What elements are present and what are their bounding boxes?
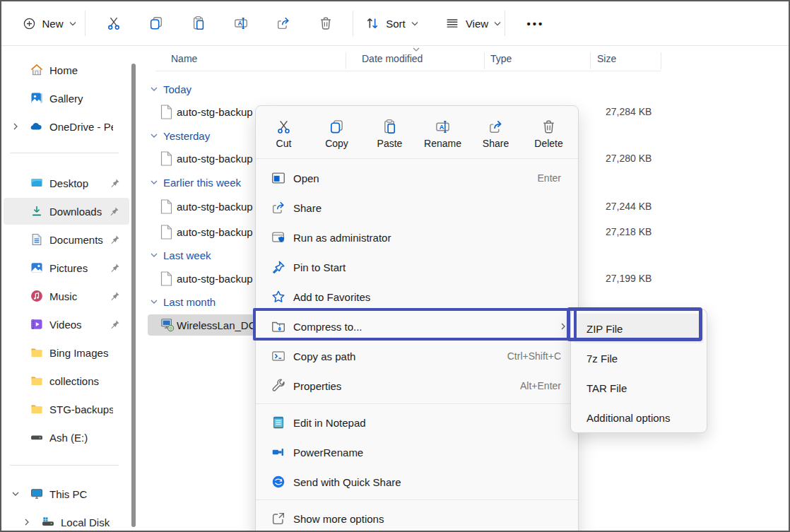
delete-button[interactable] — [314, 8, 338, 38]
menu-item-share[interactable]: Share — [256, 193, 578, 223]
sidebar-item-documents[interactable]: Documents — [1, 226, 130, 253]
rename-button[interactable]: A — [229, 8, 253, 38]
sidebar-item-onedrive[interactable]: OneDrive - Pers — [1, 113, 130, 140]
menu-item-copy-as-path[interactable]: Copy as path Ctrl+Shift+C — [256, 341, 578, 371]
paste-button[interactable] — [187, 8, 211, 38]
copy-icon — [148, 15, 164, 32]
sidebar-item-label: Videos — [49, 319, 113, 331]
cut-menu-button[interactable]: Cut — [257, 112, 310, 155]
sidebar-divider — [10, 153, 119, 153]
paste-menu-button[interactable]: Paste — [363, 112, 416, 155]
sidebar-item-label: This PC — [49, 488, 113, 500]
column-header-date-modified[interactable]: Date modified — [362, 53, 423, 64]
column-separator[interactable] — [590, 52, 591, 69]
file-name: auto-stg-backup — [177, 153, 253, 165]
sidebar-scrollbar[interactable] — [131, 64, 136, 527]
file-name: WirelessLan_DC — [177, 319, 253, 331]
star-icon — [271, 289, 286, 305]
sidebar-item-this-pc[interactable]: This PC — [1, 480, 130, 507]
quick-action-label: Cut — [276, 138, 292, 149]
folder-icon — [30, 345, 44, 360]
sidebar-item-home[interactable]: Home — [1, 57, 130, 83]
sidebar-item-desktop[interactable]: Desktop — [1, 170, 130, 196]
toolbar: New A Sort View — [1, 1, 789, 46]
view-button[interactable]: View — [440, 8, 506, 38]
sort-button[interactable]: Sort — [359, 8, 424, 38]
sidebar-item-label: Local Disk (C:) — [61, 516, 113, 528]
copy-menu-button[interactable]: Copy — [310, 112, 363, 155]
sidebar-item-label: Home — [49, 64, 113, 76]
svg-text:A: A — [440, 123, 444, 130]
submenu-item-zip-file[interactable]: ZIP File — [574, 314, 704, 343]
new-button[interactable]: New — [16, 8, 83, 38]
folder-icon — [30, 402, 44, 416]
share-menu-button[interactable]: Share — [469, 112, 522, 155]
copy-button[interactable] — [144, 8, 168, 38]
sidebar-item-downloads[interactable]: Downloads — [4, 198, 129, 225]
rename-menu-button[interactable]: A Rename — [416, 112, 469, 155]
column-header-size[interactable]: Size — [597, 53, 616, 64]
menu-item-properties[interactable]: Properties Alt+Enter — [256, 371, 578, 401]
group-label: Last week — [163, 249, 211, 261]
sidebar-item-gallery[interactable]: Gallery — [1, 85, 130, 112]
quick-action-label: Delete — [534, 138, 562, 149]
pictures-icon — [30, 261, 44, 275]
sidebar-item-collections[interactable]: collections — [1, 367, 130, 394]
documents-icon — [30, 232, 44, 247]
toolbar-divider — [85, 11, 86, 36]
column-separator[interactable] — [346, 52, 346, 69]
sidebar-item-pictures[interactable]: Pictures — [1, 254, 130, 281]
menu-item-edit-in-notepad[interactable]: Edit in Notepad — [256, 408, 578, 437]
videos-icon — [30, 317, 44, 331]
menu-item-label: Pin to Start — [293, 261, 346, 273]
menu-item-label: Properties — [293, 380, 341, 392]
submenu-item-additional-options[interactable]: Additional options — [574, 403, 704, 432]
sidebar-item-bing-images[interactable]: Bing Images — [1, 339, 130, 366]
sidebar-item-ash-drive[interactable]: Ash (E:) — [1, 424, 130, 451]
menu-item-send-with-quick-share[interactable]: Send with Quick Share — [256, 467, 578, 497]
wrench-icon — [271, 378, 286, 394]
rename-icon: A — [435, 119, 451, 135]
menu-item-shortcut: Alt+Enter — [520, 380, 561, 391]
chevron-down-icon — [150, 178, 158, 187]
menu-item-label: Compress to... — [293, 321, 362, 333]
chevron-down-icon — [150, 251, 158, 259]
column-separator[interactable] — [484, 52, 485, 69]
copy-icon — [329, 119, 345, 135]
column-header-type[interactable]: Type — [490, 53, 512, 64]
sidebar-item-stg-backups[interactable]: STG-backups-Fl — [1, 396, 130, 422]
chevron-down-icon — [150, 85, 158, 93]
file-name: auto-stg-backup — [177, 273, 253, 285]
menu-item-add-to-favorites[interactable]: Add to Favorites — [256, 282, 578, 312]
sidebar-item-local-disk-c[interactable]: Local Disk (C:) — [1, 509, 130, 532]
submenu-item-7z-file[interactable]: 7z File — [574, 343, 704, 373]
new-button-label: New — [42, 18, 63, 30]
sidebar-item-label: Pictures — [49, 262, 113, 274]
delete-menu-button[interactable]: Delete — [522, 112, 575, 155]
see-more-button[interactable]: ••• — [519, 8, 552, 38]
submenu-item-label: Additional options — [586, 412, 670, 424]
share-icon — [488, 119, 504, 135]
column-header-name[interactable]: Name — [171, 53, 197, 64]
sidebar-item-music[interactable]: Music — [1, 283, 130, 309]
menu-item-pin-to-start[interactable]: Pin to Start — [256, 252, 578, 282]
sidebar-item-label: Ash (E:) — [49, 432, 113, 444]
admin-shield-icon — [271, 230, 286, 245]
menu-item-compress-to[interactable]: Compress to... — [256, 312, 578, 341]
file-name: auto-stg-backup — [177, 201, 253, 213]
menu-item-open[interactable]: Open Enter — [256, 163, 578, 193]
menu-item-run-as-administrator[interactable]: Run as administrator — [256, 223, 578, 252]
file-size: 27,199 KB — [606, 273, 652, 284]
menu-separator — [256, 403, 578, 404]
sidebar-item-videos[interactable]: Videos — [1, 311, 130, 338]
share-button[interactable] — [271, 8, 295, 38]
sidebar-item-label: Downloads — [49, 206, 112, 218]
sidebar-item-label: OneDrive - Pers — [49, 121, 113, 133]
menu-item-powerrename[interactable]: PowerRename — [256, 437, 578, 467]
cut-button[interactable] — [102, 8, 126, 38]
submenu-item-tar-file[interactable]: TAR File — [574, 373, 704, 403]
column-separator[interactable] — [661, 52, 661, 69]
compress-zip-icon — [271, 319, 286, 334]
file-name: auto-stg-backup — [177, 226, 253, 238]
menu-item-show-more-options[interactable]: Show more options — [256, 504, 578, 532]
